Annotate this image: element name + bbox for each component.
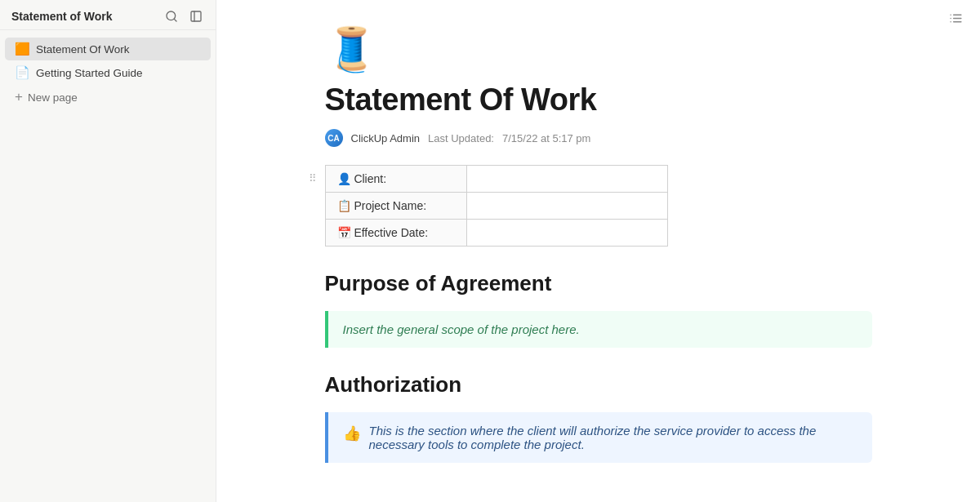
plus-icon: + bbox=[15, 89, 23, 105]
toolbar bbox=[945, 10, 967, 31]
sidebar-item-statement-of-work[interactable]: 🟧 Statement Of Work bbox=[5, 38, 211, 60]
purpose-text: Insert the general scope of the project … bbox=[343, 322, 580, 336]
table-wrapper: ⠿ 👤 Client: 📋 Project Name: 📅 Effective … bbox=[325, 165, 872, 247]
last-updated-value: 7/15/22 at 5:17 pm bbox=[502, 132, 590, 144]
svg-line-1 bbox=[174, 19, 176, 21]
info-table: 👤 Client: 📋 Project Name: 📅 Effective Da… bbox=[325, 165, 668, 247]
table-row: 📅 Effective Date: bbox=[325, 220, 667, 247]
new-page-button[interactable]: + New page bbox=[5, 85, 211, 109]
sidebar-nav: 🟧 Statement Of Work 📄 Getting Started Gu… bbox=[0, 30, 216, 502]
authorization-text: This is the section where the client wil… bbox=[369, 424, 858, 451]
purpose-block[interactable]: Insert the general scope of the project … bbox=[325, 311, 872, 348]
drag-handle[interactable]: ⠿ bbox=[309, 172, 317, 184]
effective-date-label: 📅 Effective Date: bbox=[325, 220, 466, 247]
doc-emoji: 🧵 bbox=[325, 24, 872, 74]
search-icon bbox=[165, 10, 178, 23]
sidebar-title: Statement of Work bbox=[11, 10, 112, 23]
new-page-label: New page bbox=[28, 91, 78, 104]
thumbs-up-icon: 👍 bbox=[343, 424, 361, 442]
table-row: 👤 Client: bbox=[325, 166, 667, 193]
sidebar-item-label-statement: Statement Of Work bbox=[36, 43, 203, 56]
getting-started-icon: 📄 bbox=[15, 65, 30, 80]
doc-title: Statement Of Work bbox=[325, 82, 872, 118]
purpose-heading: Purpose of Agreement bbox=[325, 271, 872, 296]
doc-meta: CA ClickUp Admin Last Updated: 7/15/22 a… bbox=[325, 129, 872, 147]
effective-date-value[interactable] bbox=[466, 220, 667, 247]
statement-of-work-icon: 🟧 bbox=[15, 42, 30, 56]
sidebar-header: Statement of Work bbox=[0, 0, 216, 30]
project-name-label: 📋 Project Name: bbox=[325, 193, 466, 220]
document-container: 🧵 Statement Of Work CA ClickUp Admin Las… bbox=[292, 0, 905, 502]
collapse-button[interactable] bbox=[186, 8, 206, 24]
sidebar-item-getting-started[interactable]: 📄 Getting Started Guide bbox=[5, 61, 211, 84]
authorization-heading: Authorization bbox=[325, 372, 872, 398]
list-icon bbox=[949, 11, 963, 25]
sidebar-item-label-getting-started: Getting Started Guide bbox=[36, 67, 203, 79]
main-content: 🧵 Statement Of Work CA ClickUp Admin Las… bbox=[216, 0, 980, 502]
sidebar: Statement of Work 🟧 Statement Of Work 📄 … bbox=[0, 0, 216, 502]
sidebar-icons bbox=[162, 8, 206, 24]
author-name: ClickUp Admin bbox=[351, 132, 421, 144]
client-label: 👤 Client: bbox=[325, 166, 466, 193]
search-button[interactable] bbox=[162, 8, 181, 24]
table-row: 📋 Project Name: bbox=[325, 193, 667, 220]
collapse-icon bbox=[189, 10, 203, 23]
last-updated-label: Last Updated: bbox=[428, 132, 494, 144]
list-view-button[interactable] bbox=[945, 10, 967, 31]
svg-rect-2 bbox=[191, 11, 201, 21]
authorization-block: 👍 This is the section where the client w… bbox=[325, 412, 872, 463]
client-value[interactable] bbox=[466, 166, 667, 193]
author-avatar: CA bbox=[325, 129, 343, 147]
project-name-value[interactable] bbox=[466, 193, 667, 220]
